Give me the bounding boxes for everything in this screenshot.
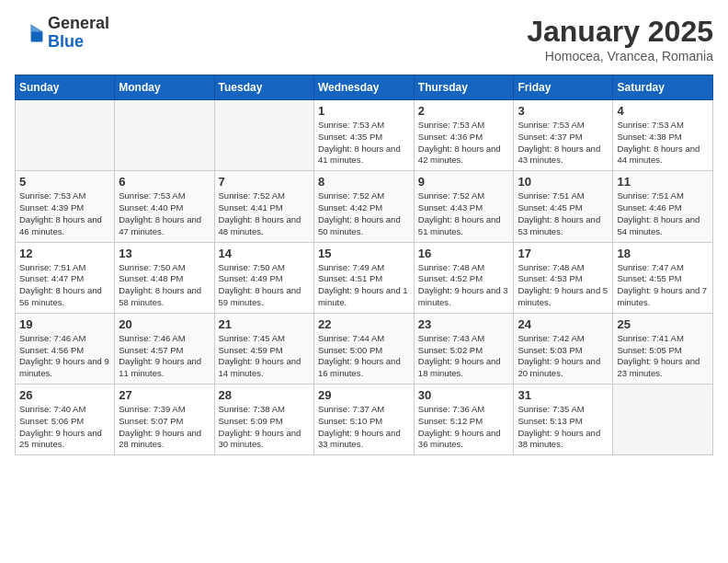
day-info: Sunrise: 7:42 AM Sunset: 5:03 PM Dayligh… [518,333,609,380]
day-number: 10 [518,175,609,189]
day-info: Sunrise: 7:44 AM Sunset: 5:00 PM Dayligh… [318,333,410,380]
calendar-cell: 8Sunrise: 7:52 AM Sunset: 4:42 PM Daylig… [313,171,414,242]
calendar-cell: 23Sunrise: 7:43 AM Sunset: 5:02 PM Dayli… [414,313,514,384]
calendar-week-row: 12Sunrise: 7:51 AM Sunset: 4:47 PM Dayli… [16,242,713,313]
day-info: Sunrise: 7:53 AM Sunset: 4:39 PM Dayligh… [19,190,110,237]
calendar-week-row: 19Sunrise: 7:46 AM Sunset: 4:56 PM Dayli… [16,313,713,384]
day-number: 15 [318,247,410,260]
weekday-header: Monday [115,75,214,100]
calendar-cell: 1Sunrise: 7:53 AM Sunset: 4:35 PM Daylig… [313,100,414,171]
title-block: January 2025 Homocea, Vrancea, Romania [527,15,713,63]
day-number: 11 [617,175,709,189]
day-number: 4 [617,104,709,118]
calendar-cell: 22Sunrise: 7:44 AM Sunset: 5:00 PM Dayli… [313,313,414,384]
day-info: Sunrise: 7:51 AM Sunset: 4:45 PM Dayligh… [518,190,609,237]
day-number: 1 [318,104,410,118]
day-info: Sunrise: 7:39 AM Sunset: 5:07 PM Dayligh… [119,404,210,451]
calendar-week-row: 1Sunrise: 7:53 AM Sunset: 4:35 PM Daylig… [16,100,713,171]
day-info: Sunrise: 7:43 AM Sunset: 5:02 PM Dayligh… [418,333,510,380]
calendar-cell: 14Sunrise: 7:50 AM Sunset: 4:49 PM Dayli… [214,242,313,313]
day-number: 5 [19,175,110,189]
day-number: 8 [318,175,410,189]
day-number: 24 [518,317,609,331]
logo-blue-text: Blue [48,33,109,52]
weekday-header: Sunday [16,75,115,100]
day-number: 14 [219,247,310,260]
calendar-cell: 6Sunrise: 7:53 AM Sunset: 4:40 PM Daylig… [115,171,214,242]
day-info: Sunrise: 7:47 AM Sunset: 4:55 PM Dayligh… [617,262,709,309]
day-info: Sunrise: 7:50 AM Sunset: 4:49 PM Dayligh… [219,262,310,309]
calendar-cell [115,100,214,171]
calendar-table: SundayMondayTuesdayWednesdayThursdayFrid… [15,75,713,455]
day-number: 26 [19,388,110,402]
day-info: Sunrise: 7:48 AM Sunset: 4:52 PM Dayligh… [418,262,510,309]
day-number: 31 [518,388,609,402]
day-info: Sunrise: 7:49 AM Sunset: 4:51 PM Dayligh… [318,262,410,309]
calendar-cell: 4Sunrise: 7:53 AM Sunset: 4:38 PM Daylig… [613,100,713,171]
calendar-cell: 13Sunrise: 7:50 AM Sunset: 4:48 PM Dayli… [115,242,214,313]
calendar-cell: 30Sunrise: 7:36 AM Sunset: 5:12 PM Dayli… [414,385,514,455]
calendar-cell: 29Sunrise: 7:37 AM Sunset: 5:10 PM Dayli… [313,385,414,455]
weekday-header: Friday [514,75,613,100]
day-number: 22 [318,317,410,331]
day-info: Sunrise: 7:50 AM Sunset: 4:48 PM Dayligh… [119,262,210,309]
day-info: Sunrise: 7:46 AM Sunset: 4:57 PM Dayligh… [119,333,210,380]
day-info: Sunrise: 7:53 AM Sunset: 4:36 PM Dayligh… [418,120,510,167]
day-number: 27 [119,388,210,402]
logo-icon [15,18,44,48]
day-info: Sunrise: 7:36 AM Sunset: 5:12 PM Dayligh… [418,404,510,451]
calendar-cell: 28Sunrise: 7:38 AM Sunset: 5:09 PM Dayli… [214,385,313,455]
day-number: 9 [418,175,510,189]
calendar-cell [613,385,713,455]
day-info: Sunrise: 7:52 AM Sunset: 4:43 PM Dayligh… [418,190,510,237]
calendar-cell: 17Sunrise: 7:48 AM Sunset: 4:53 PM Dayli… [514,242,613,313]
day-number: 3 [518,104,609,118]
day-info: Sunrise: 7:53 AM Sunset: 4:35 PM Dayligh… [318,120,410,167]
day-info: Sunrise: 7:51 AM Sunset: 4:46 PM Dayligh… [617,190,709,237]
day-info: Sunrise: 7:46 AM Sunset: 4:56 PM Dayligh… [19,333,110,380]
calendar-cell: 11Sunrise: 7:51 AM Sunset: 4:46 PM Dayli… [613,171,713,242]
day-number: 13 [119,247,210,260]
day-number: 23 [418,317,510,331]
calendar-cell: 18Sunrise: 7:47 AM Sunset: 4:55 PM Dayli… [613,242,713,313]
day-number: 12 [19,247,110,260]
weekday-header: Tuesday [214,75,313,100]
day-info: Sunrise: 7:35 AM Sunset: 5:13 PM Dayligh… [518,404,609,451]
calendar-cell: 3Sunrise: 7:53 AM Sunset: 4:37 PM Daylig… [514,100,613,171]
day-number: 18 [617,247,709,260]
day-number: 20 [119,317,210,331]
day-number: 21 [219,317,310,331]
day-info: Sunrise: 7:53 AM Sunset: 4:37 PM Dayligh… [518,120,609,167]
calendar-cell: 21Sunrise: 7:45 AM Sunset: 4:59 PM Dayli… [214,313,313,384]
calendar-cell [214,100,313,171]
day-info: Sunrise: 7:51 AM Sunset: 4:47 PM Dayligh… [19,262,110,309]
day-number: 2 [418,104,510,118]
weekday-header: Thursday [414,75,514,100]
calendar-cell [16,100,115,171]
day-info: Sunrise: 7:53 AM Sunset: 4:38 PM Dayligh… [617,120,709,167]
calendar-cell: 15Sunrise: 7:49 AM Sunset: 4:51 PM Dayli… [313,242,414,313]
calendar-cell: 26Sunrise: 7:40 AM Sunset: 5:06 PM Dayli… [16,385,115,455]
day-number: 7 [219,175,310,189]
weekday-header: Saturday [613,75,713,100]
logo-general-text: General [48,15,109,33]
location-text: Homocea, Vrancea, Romania [527,49,713,63]
day-number: 17 [518,247,609,260]
calendar-cell: 24Sunrise: 7:42 AM Sunset: 5:03 PM Dayli… [514,313,613,384]
calendar-cell: 19Sunrise: 7:46 AM Sunset: 4:56 PM Dayli… [16,313,115,384]
day-number: 16 [418,247,510,260]
day-info: Sunrise: 7:41 AM Sunset: 5:05 PM Dayligh… [617,333,709,380]
calendar-week-row: 5Sunrise: 7:53 AM Sunset: 4:39 PM Daylig… [16,171,713,242]
day-number: 30 [418,388,510,402]
day-info: Sunrise: 7:40 AM Sunset: 5:06 PM Dayligh… [19,404,110,451]
day-number: 28 [219,388,310,402]
day-info: Sunrise: 7:52 AM Sunset: 4:42 PM Dayligh… [318,190,410,237]
page-header: General Blue January 2025 Homocea, Vranc… [15,15,713,63]
calendar-cell: 20Sunrise: 7:46 AM Sunset: 4:57 PM Dayli… [115,313,214,384]
calendar-cell: 16Sunrise: 7:48 AM Sunset: 4:52 PM Dayli… [414,242,514,313]
calendar-cell: 2Sunrise: 7:53 AM Sunset: 4:36 PM Daylig… [414,100,514,171]
day-info: Sunrise: 7:48 AM Sunset: 4:53 PM Dayligh… [518,262,609,309]
calendar-cell: 7Sunrise: 7:52 AM Sunset: 4:41 PM Daylig… [214,171,313,242]
calendar-cell: 12Sunrise: 7:51 AM Sunset: 4:47 PM Dayli… [16,242,115,313]
day-info: Sunrise: 7:45 AM Sunset: 4:59 PM Dayligh… [219,333,310,380]
